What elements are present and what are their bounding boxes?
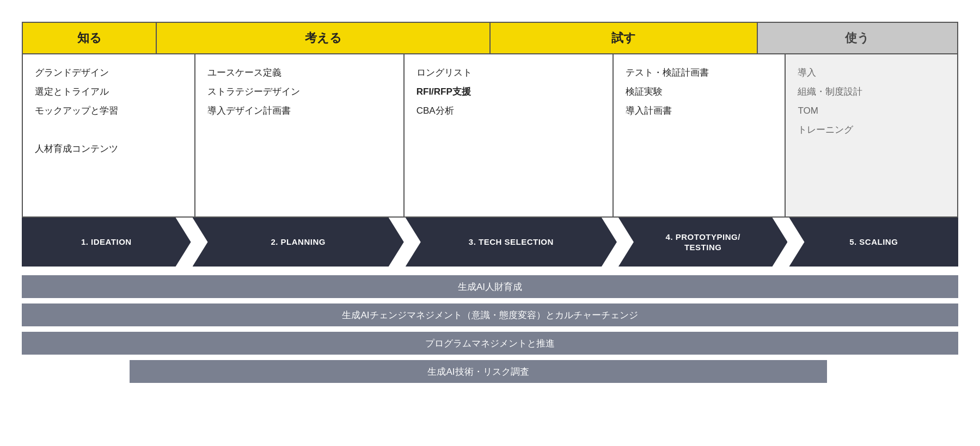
phase-header-tsukau: 使う bbox=[758, 23, 957, 53]
steps-row: 1. IDEATION 2. PLANNING 3. TECH SELECTIO… bbox=[22, 218, 958, 267]
content-cell-2: ユースケース定義 ストラテジーデザイン 導入デザイン計画書 bbox=[195, 54, 405, 216]
content-cell-4: テスト・検証計画書 検証実験 導入計画書 bbox=[614, 54, 786, 216]
content-row: グランドデザイン 選定とトライアル モックアップと学習 人材育成コンテンツ ユー… bbox=[22, 54, 958, 218]
content-cell-5: 導入 組織・制度設計 TOM トレーニング bbox=[786, 54, 957, 216]
bar-row-2: 生成AIチェンジマネジメント（意識・態度変容）とカルチャーチェンジ bbox=[22, 303, 958, 326]
phase-header-row: 知る 考える 試す 使う bbox=[22, 22, 958, 54]
step-prototyping: 4. PROTOTYPING/ TESTING bbox=[618, 218, 788, 267]
bar-genai-tech-risk: 生成AI技術・リスク調査 bbox=[130, 360, 827, 383]
phase-header-kangaeru: 考える bbox=[157, 23, 491, 53]
bottom-bars: 生成AI人財育成 生成AIチェンジマネジメント（意識・態度変容）とカルチャーチェ… bbox=[22, 275, 958, 383]
phase-header-shiru: 知る bbox=[23, 23, 157, 53]
phase-header-tamesu: 試す bbox=[491, 23, 758, 53]
bar-row-1: 生成AI人財育成 bbox=[22, 275, 958, 298]
bar-row-4: 生成AI技術・リスク調査 bbox=[22, 360, 958, 383]
step-planning: 2. PLANNING bbox=[193, 218, 404, 267]
step-ideation: 1. IDEATION bbox=[22, 218, 191, 267]
bar-genai-jinzai: 生成AI人財育成 bbox=[22, 275, 958, 298]
step-tech-selection: 3. TECH SELECTION bbox=[406, 218, 617, 267]
bar-change-management: 生成AIチェンジマネジメント（意識・態度変容）とカルチャーチェンジ bbox=[22, 303, 958, 326]
content-cell-3: ロングリスト RFI/RFP支援 CBA分析 bbox=[405, 54, 614, 216]
main-container: 知る 考える 試す 使う グランドデザイン 選定とトライアル モックアップと学習… bbox=[0, 0, 980, 399]
step-scaling: 5. SCALING bbox=[789, 218, 958, 267]
bar-row-3: プログラムマネジメントと推進 bbox=[22, 332, 958, 355]
bar-program-management: プログラムマネジメントと推進 bbox=[22, 332, 958, 355]
content-cell-1: グランドデザイン 選定とトライアル モックアップと学習 人材育成コンテンツ bbox=[23, 54, 195, 216]
